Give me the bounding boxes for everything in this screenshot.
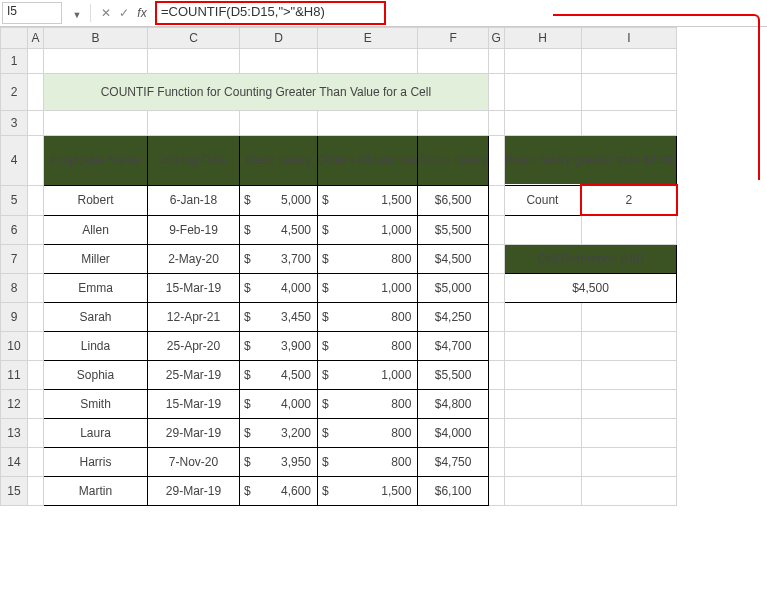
table-cell[interactable]: $6,500 [418, 185, 488, 215]
table-cell[interactable]: $5,000 [240, 185, 318, 215]
table-cell[interactable]: 25-Mar-19 [148, 360, 240, 389]
table-cell[interactable]: Emma [44, 273, 148, 302]
table-cell[interactable]: Sophia [44, 360, 148, 389]
table-cell[interactable]: $4,700 [418, 331, 488, 360]
table-cell[interactable]: $4,600 [240, 476, 318, 505]
row-head-8[interactable]: 8 [1, 273, 28, 302]
table-cell[interactable]: $4,000 [418, 418, 488, 447]
row-head-2[interactable]: 2 [1, 74, 28, 111]
table-cell[interactable]: $1,000 [318, 273, 418, 302]
table-cell[interactable]: $800 [318, 244, 418, 273]
row-head-15[interactable]: 15 [1, 476, 28, 505]
table-cell[interactable]: 12-Apr-21 [148, 302, 240, 331]
table-cell[interactable]: $1,500 [318, 476, 418, 505]
table-cell[interactable]: Sarah [44, 302, 148, 331]
side-header-2: Cell Reference (H8) [504, 244, 676, 273]
table-cell[interactable]: $5,500 [418, 215, 488, 244]
table-cell[interactable]: $4,500 [418, 244, 488, 273]
row-head-6[interactable]: 6 [1, 215, 28, 244]
count-result[interactable]: 2 [581, 185, 677, 215]
table-cell[interactable]: $3,700 [240, 244, 318, 273]
table-cell[interactable]: $1,000 [318, 215, 418, 244]
table-cell[interactable]: $3,200 [240, 418, 318, 447]
row-head-11[interactable]: 11 [1, 360, 28, 389]
enter-icon[interactable]: ✓ [115, 6, 133, 20]
table-cell[interactable]: 29-Mar-19 [148, 476, 240, 505]
row-head-13[interactable]: 13 [1, 418, 28, 447]
header-others: Others Allowances [318, 136, 418, 186]
title: COUNTIF Function for Counting Greater Th… [44, 74, 489, 111]
row-head-7[interactable]: 7 [1, 244, 28, 273]
name-box-dropdown-icon[interactable]: ▼ [70, 7, 84, 20]
table-cell[interactable]: $5,500 [418, 360, 488, 389]
table-cell[interactable]: $3,450 [240, 302, 318, 331]
row-head-9[interactable]: 9 [1, 302, 28, 331]
fx-icon[interactable]: fx [133, 6, 151, 20]
table-cell[interactable]: $800 [318, 302, 418, 331]
table-cell[interactable]: $800 [318, 447, 418, 476]
table-cell[interactable]: $3,950 [240, 447, 318, 476]
table-cell[interactable]: Allen [44, 215, 148, 244]
header-employee: Employee Name [44, 136, 148, 186]
row-head-10[interactable]: 10 [1, 331, 28, 360]
row-head-14[interactable]: 14 [1, 447, 28, 476]
table-cell[interactable]: 25-Apr-20 [148, 331, 240, 360]
count-label: Count [504, 185, 581, 215]
table-cell[interactable]: Robert [44, 185, 148, 215]
header-gross: Gross Salary [418, 136, 488, 186]
col-head-c[interactable]: C [148, 28, 240, 49]
row-head-4[interactable]: 4 [1, 136, 28, 186]
table-cell[interactable]: $800 [318, 331, 418, 360]
table-cell[interactable]: 15-Mar-19 [148, 389, 240, 418]
col-head-d[interactable]: D [240, 28, 318, 49]
table-cell[interactable]: Laura [44, 418, 148, 447]
header-join: Joining Date [148, 136, 240, 186]
cancel-icon[interactable]: ✕ [97, 6, 115, 20]
cell-reference-value[interactable]: $4,500 [504, 273, 676, 302]
table-cell[interactable]: $1,000 [318, 360, 418, 389]
table-cell[interactable]: $4,000 [240, 389, 318, 418]
table-cell[interactable]: $3,900 [240, 331, 318, 360]
table-cell[interactable]: Martin [44, 476, 148, 505]
table-cell[interactable]: Harris [44, 447, 148, 476]
table-cell[interactable]: $4,000 [240, 273, 318, 302]
table-cell[interactable]: $4,500 [240, 360, 318, 389]
table-cell[interactable]: 15-Mar-19 [148, 273, 240, 302]
table-cell[interactable]: 2-May-20 [148, 244, 240, 273]
select-all-corner[interactable] [1, 28, 28, 49]
table-cell[interactable]: $1,500 [318, 185, 418, 215]
row-head-1[interactable]: 1 [1, 49, 28, 74]
row-head-3[interactable]: 3 [1, 111, 28, 136]
table-cell[interactable]: 6-Jan-18 [148, 185, 240, 215]
table-cell[interactable]: Linda [44, 331, 148, 360]
table-cell[interactable]: $800 [318, 389, 418, 418]
col-head-b[interactable]: B [44, 28, 148, 49]
table-cell[interactable]: $800 [318, 418, 418, 447]
table-cell[interactable]: $4,500 [240, 215, 318, 244]
row-head-5[interactable]: 5 [1, 185, 28, 215]
name-box[interactable]: I5 [2, 2, 62, 24]
table-cell[interactable]: $4,250 [418, 302, 488, 331]
table-cell[interactable]: $4,750 [418, 447, 488, 476]
table-cell[interactable]: 9-Feb-19 [148, 215, 240, 244]
table-cell[interactable]: Smith [44, 389, 148, 418]
table-cell[interactable]: $4,800 [418, 389, 488, 418]
table-cell[interactable]: $5,000 [418, 273, 488, 302]
header-basic: Basic Salary [240, 136, 318, 186]
col-head-a[interactable]: A [28, 28, 44, 49]
col-head-g[interactable]: G [488, 28, 504, 49]
col-head-e[interactable]: E [318, 28, 418, 49]
table-cell[interactable]: $6,100 [418, 476, 488, 505]
row-head-12[interactable]: 12 [1, 389, 28, 418]
callout-line-icon [553, 14, 760, 180]
col-head-f[interactable]: F [418, 28, 488, 49]
formula-input[interactable]: =COUNTIF(D5:D15,">"&H8) [155, 1, 386, 25]
table-cell[interactable]: 7-Nov-20 [148, 447, 240, 476]
table-cell[interactable]: Miller [44, 244, 148, 273]
table-cell[interactable]: 29-Mar-19 [148, 418, 240, 447]
